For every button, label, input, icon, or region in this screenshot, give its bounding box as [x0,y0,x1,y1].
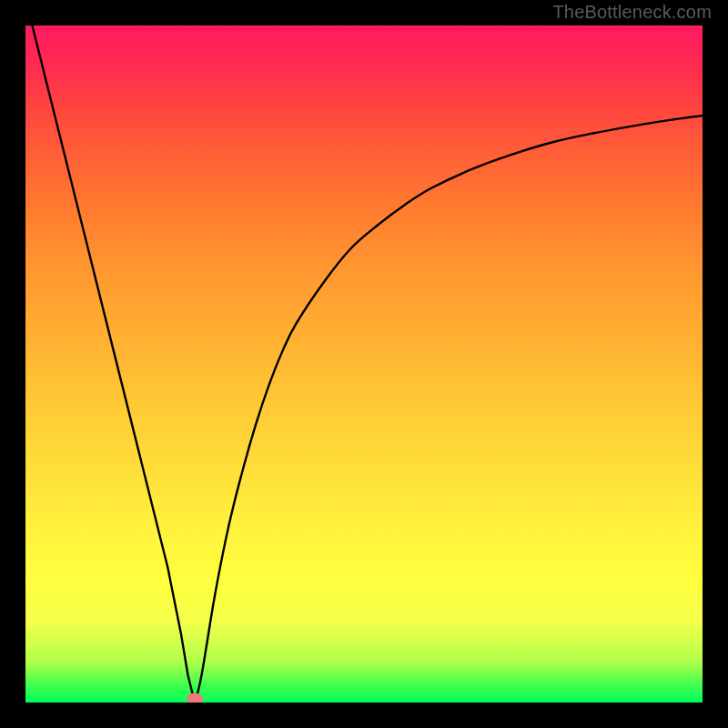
bottleneck-curve-svg [25,25,703,703]
watermark-text: TheBottleneck.com [552,2,712,23]
plot-area [25,25,703,703]
chart-frame: TheBottleneck.com [0,0,728,728]
minimum-marker-icon [187,693,203,703]
bottleneck-curve-path [32,25,703,703]
